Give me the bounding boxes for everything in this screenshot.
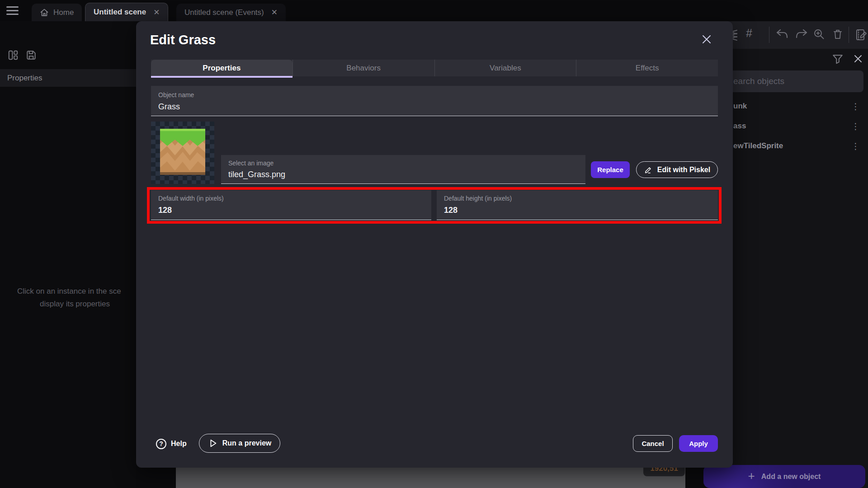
tab-behaviors[interactable]: Behaviors (292, 60, 434, 76)
close-tab-icon[interactable]: ✕ (153, 8, 160, 17)
tab-scene-label: Untitled scene (94, 8, 146, 17)
field-label: Default width (in pixels) (158, 195, 224, 202)
tab-properties[interactable]: Properties (151, 60, 292, 76)
scene-toolbar: # (722, 21, 868, 49)
filter-icon[interactable] (832, 53, 844, 65)
field-label: Default height (in pixels) (444, 195, 512, 202)
tab-events-label: Untitled scene (Events) (184, 8, 264, 17)
cancel-button[interactable]: Cancel (633, 435, 673, 452)
grass-thumbnail[interactable] (151, 122, 214, 184)
play-icon (208, 438, 218, 448)
trash-icon[interactable] (831, 28, 844, 41)
undo-icon[interactable] (775, 28, 789, 41)
object-name-field[interactable]: Object name Grass (151, 86, 718, 116)
tab-untitled-scene-events[interactable]: Untitled scene (Events) ✕ (176, 4, 286, 21)
field-value: tiled_Grass.png (228, 170, 285, 179)
panel-layout-icon[interactable] (7, 49, 19, 61)
dialog-title: Edit Grass (150, 33, 216, 47)
default-height-field[interactable]: Default height (in pixels) 128 (437, 190, 718, 220)
field-value: 128 (158, 206, 172, 215)
pencil-icon (644, 165, 653, 174)
plus-icon: + (748, 469, 755, 483)
tab-untitled-scene[interactable]: Untitled scene ✕ (85, 3, 168, 21)
help-label: Help (171, 440, 187, 448)
save-icon[interactable] (25, 49, 37, 61)
object-row-trunk[interactable]: unk ⋮ (724, 96, 868, 116)
field-label: Select an image (228, 160, 274, 167)
properties-panel: Properties Click on an instance in the s… (0, 21, 136, 488)
tab-home[interactable]: Home (32, 4, 82, 21)
gdevelop-app: Home Untitled scene ✕ Untitled scene (Ev… (0, 0, 868, 488)
kebab-menu-icon[interactable]: ⋮ (851, 121, 860, 131)
home-icon (40, 8, 49, 17)
properties-empty-text: Click on an instance in the sce (17, 287, 121, 296)
search-placeholder: earch objects (733, 76, 784, 86)
help-button[interactable]: ? Help (152, 434, 190, 453)
close-dialog-icon[interactable] (698, 31, 715, 47)
help-icon: ? (156, 439, 166, 449)
properties-title: Properties (7, 74, 42, 83)
field-value: 128 (444, 206, 458, 215)
properties-panel-header: Properties (0, 69, 136, 87)
zoom-in-icon[interactable] (813, 28, 826, 41)
field-label: Object name (158, 91, 194, 99)
properties-empty-text: display its properties (40, 300, 110, 309)
add-new-object-button[interactable]: + Add a new object (703, 465, 865, 488)
field-value: Grass (158, 102, 180, 112)
search-objects-input[interactable]: earch objects (724, 70, 863, 92)
edit-with-piskel-label: Edit with Piskel (657, 166, 710, 174)
main-menu-icon[interactable] (6, 6, 19, 15)
close-panel-icon[interactable] (853, 53, 863, 64)
redo-icon[interactable] (794, 28, 809, 41)
kebab-menu-icon[interactable]: ⋮ (851, 101, 860, 112)
object-label: ass (733, 122, 746, 131)
tab-variables[interactable]: Variables (434, 60, 576, 76)
kebab-menu-icon[interactable]: ⋮ (851, 141, 860, 151)
add-object-label: Add a new object (761, 473, 821, 481)
replace-button[interactable]: Replace (591, 161, 630, 178)
tab-home-label: Home (53, 8, 74, 17)
object-label: unk (733, 102, 747, 111)
edit-with-piskel-button[interactable]: Edit with Piskel (636, 161, 718, 178)
run-preview-button[interactable]: Run a preview (199, 434, 280, 453)
grid-icon[interactable]: # (746, 27, 752, 40)
tab-effects[interactable]: Effects (576, 60, 718, 76)
top-tab-bar: Home Untitled scene ✕ Untitled scene (Ev… (0, 0, 868, 21)
default-width-field[interactable]: Default width (in pixels) 128 (151, 190, 431, 220)
close-tab-icon[interactable]: ✕ (271, 8, 278, 17)
apply-button[interactable]: Apply (679, 435, 718, 452)
scene-canvas (176, 468, 685, 488)
select-image-field[interactable]: Select an image tiled_Grass.png (221, 155, 585, 184)
object-row-grass[interactable]: ass ⋮ (724, 116, 868, 136)
run-preview-label: Run a preview (222, 439, 271, 447)
edit-object-dialog: Edit Grass Properties Behaviors Variable… (136, 21, 733, 468)
dialog-tab-bar: Properties Behaviors Variables Effects (151, 60, 718, 76)
object-row-newtiledsprite[interactable]: ewTiledSprite ⋮ (724, 136, 868, 156)
object-label: ewTiledSprite (733, 141, 783, 150)
edit-scene-icon[interactable] (854, 28, 868, 42)
